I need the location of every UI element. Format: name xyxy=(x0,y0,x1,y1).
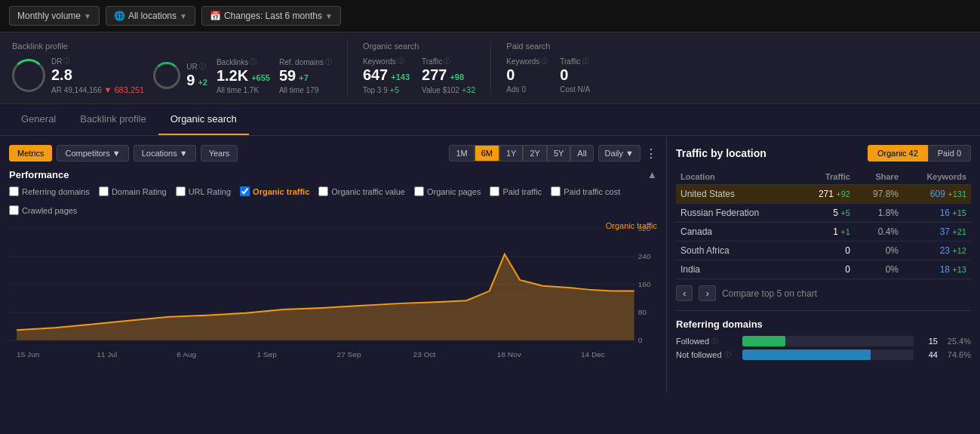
svg-text:11 Jul: 11 Jul xyxy=(97,350,117,359)
metrics-button[interactable]: Metrics xyxy=(9,145,52,162)
location-name: India xyxy=(676,260,798,279)
time-all-button[interactable]: All xyxy=(570,145,593,162)
location-traffic: 0 xyxy=(798,242,855,260)
paid-search-section: Paid search Keywords ⓘ 0 Ads 0 Traffic ⓘ… xyxy=(491,42,605,94)
location-table: Location Traffic Share Keywords United S… xyxy=(676,169,971,279)
location-share: 0% xyxy=(855,260,903,279)
organic-search-section: Organic search Keywords ⓘ 647 +143 Top 3… xyxy=(348,42,491,94)
location-table-row[interactable]: Russian Federation 5 +5 1.8% 16 +15 xyxy=(676,204,971,223)
tab-organic-search[interactable]: Organic search xyxy=(158,104,249,135)
globe-icon: 🌐 xyxy=(114,11,125,21)
svg-text:80: 80 xyxy=(638,308,647,316)
left-panel: Metrics Competitors ▼ Locations ▼ Years … xyxy=(0,136,667,392)
cb-paid-traffic-cost[interactable]: Paid traffic cost xyxy=(551,186,620,196)
daily-button[interactable]: Daily ▼ xyxy=(598,145,641,162)
ref-bar-fill xyxy=(742,336,785,346)
backlink-profile-section: Backlink profile DR ⓘ 2.8 AR 49,144,166 … xyxy=(12,42,348,94)
cb-domain-rating[interactable]: Domain Rating xyxy=(99,186,167,196)
location-traffic: 271 +92 xyxy=(798,185,855,204)
organic-keywords-stat: Keywords ⓘ 647 +143 Top 3 9 +5 xyxy=(363,57,410,94)
changes-arrow-icon: ▼ xyxy=(325,12,333,20)
time-5y-button[interactable]: 5Y xyxy=(547,145,570,162)
cb-referring-domains[interactable]: Referring domains xyxy=(9,186,90,196)
traffic-toggle: Organic 42 Paid 0 xyxy=(868,145,971,162)
svg-text:15 Jun: 15 Jun xyxy=(17,350,39,359)
location-traffic: 0 xyxy=(798,260,855,279)
changes-label: Changes: Last 6 months xyxy=(224,11,322,21)
backlinks-stat: Backlinks ⓘ 1.2K +655 All time 1.7K xyxy=(217,57,270,94)
svg-text:23 Oct: 23 Oct xyxy=(413,350,436,359)
locations-button[interactable]: Locations ▼ xyxy=(134,145,196,162)
organic-traffic-stat: Traffic ⓘ 277 +98 Value $102 +32 xyxy=(422,57,475,94)
location-table-row[interactable]: Canada 1 +1 0.4% 37 +21 xyxy=(676,223,971,242)
location-keywords: 609 +131 xyxy=(903,185,971,204)
compare-label: Compare top 5 on chart xyxy=(722,288,817,299)
all-locations-label: All locations xyxy=(128,11,177,21)
location-traffic: 1 +1 xyxy=(798,223,855,242)
ref-bar-pct: 25.4% xyxy=(944,337,971,346)
main-content: Metrics Competitors ▼ Locations ▼ Years … xyxy=(0,136,980,392)
collapse-button[interactable]: ▲ xyxy=(647,169,657,180)
svg-text:0: 0 xyxy=(638,336,643,344)
years-button[interactable]: Years xyxy=(201,145,238,162)
svg-text:14 Dec: 14 Dec xyxy=(581,350,605,359)
col-keywords: Keywords xyxy=(903,169,971,185)
location-share: 0.4% xyxy=(855,223,903,242)
dr-circle xyxy=(12,59,45,92)
svg-text:18 Nov: 18 Nov xyxy=(497,350,521,359)
svg-text:1 Sep: 1 Sep xyxy=(257,350,277,359)
monthly-volume-arrow-icon: ▼ xyxy=(84,12,91,20)
svg-text:240: 240 xyxy=(638,252,651,260)
location-keywords: 23 +12 xyxy=(903,242,971,260)
cb-paid-traffic[interactable]: Paid traffic xyxy=(490,186,542,196)
time-2y-button[interactable]: 2Y xyxy=(523,145,546,162)
next-location-button[interactable]: › xyxy=(699,285,715,301)
time-6m-button[interactable]: 6M xyxy=(475,145,499,162)
compare-row: ‹ › Compare top 5 on chart xyxy=(676,279,971,307)
time-button-group: 1M 6M 1Y 2Y 5Y All xyxy=(449,145,593,162)
location-table-row[interactable]: India 0 0% 18 +13 xyxy=(676,260,971,279)
organic-search-title: Organic search xyxy=(363,42,475,51)
monthly-volume-label: Monthly volume xyxy=(17,11,81,21)
location-table-row[interactable]: South Africa 0 0% 23 +12 xyxy=(676,242,971,260)
paid-traffic-stat: Traffic ⓘ 0 Cost N/A xyxy=(560,57,590,94)
ref-bar-track xyxy=(742,349,914,360)
ur-circle xyxy=(153,62,180,89)
more-options-button[interactable]: ⋮ xyxy=(645,146,657,161)
paid-keywords-stat: Keywords ⓘ 0 Ads 0 xyxy=(506,57,548,94)
ref-bar-value: 15 xyxy=(920,337,938,346)
performance-title: Performance xyxy=(9,169,69,180)
locations-arrow-icon: ▼ xyxy=(180,149,188,158)
paid-toggle-button[interactable]: Paid 0 xyxy=(928,145,971,162)
ref-domain-bar-row: Not followed ⓘ 44 74.6% xyxy=(676,349,971,360)
ref-bar-label: Not followed ⓘ xyxy=(676,350,736,360)
tab-backlink-profile[interactable]: Backlink profile xyxy=(68,104,158,135)
tab-general[interactable]: General xyxy=(9,104,68,135)
time-1y-button[interactable]: 1Y xyxy=(499,145,523,162)
col-traffic: Traffic xyxy=(798,169,855,185)
cb-crawled-pages[interactable]: Crawled pages xyxy=(9,205,77,215)
organic-toggle-button[interactable]: Organic 42 xyxy=(868,145,928,162)
location-name: Russian Federation xyxy=(676,204,798,223)
time-1m-button[interactable]: 1M xyxy=(449,145,474,162)
location-share: 1.8% xyxy=(855,204,903,223)
backlink-profile-title: Backlink profile xyxy=(12,42,332,51)
monthly-volume-button[interactable]: Monthly volume ▼ xyxy=(9,6,100,26)
changes-button[interactable]: 📅 Changes: Last 6 months ▼ xyxy=(201,6,341,26)
all-locations-arrow-icon: ▼ xyxy=(180,12,187,20)
cb-url-rating[interactable]: URL Rating xyxy=(176,186,231,196)
location-table-row[interactable]: United States 271 +92 97.8% 609 +131 xyxy=(676,185,971,204)
all-locations-button[interactable]: 🌐 All locations ▼ xyxy=(106,6,195,26)
nav-tabs: General Backlink profile Organic search xyxy=(0,104,980,136)
performance-header: Performance ▲ xyxy=(9,169,657,180)
dr-stat: DR ⓘ 2.8 AR 49,144,166 ▼ 683,251 xyxy=(51,57,144,94)
cb-organic-traffic[interactable]: Organic traffic xyxy=(240,186,309,196)
prev-location-button[interactable]: ‹ xyxy=(676,285,693,301)
competitors-button[interactable]: Competitors ▼ xyxy=(57,145,128,162)
organic-traffic-chart: 320 240 160 80 0 15 Jun 11 Jul 6 Aug 1 S… xyxy=(9,221,657,365)
svg-text:27 Sep: 27 Sep xyxy=(337,350,361,359)
cb-organic-pages[interactable]: Organic pages xyxy=(414,186,481,196)
svg-marker-10 xyxy=(17,254,634,340)
cb-organic-traffic-value[interactable]: Organic traffic value xyxy=(318,186,405,196)
ref-domain-bar-row: Followed ⓘ 15 25.4% xyxy=(676,336,971,346)
